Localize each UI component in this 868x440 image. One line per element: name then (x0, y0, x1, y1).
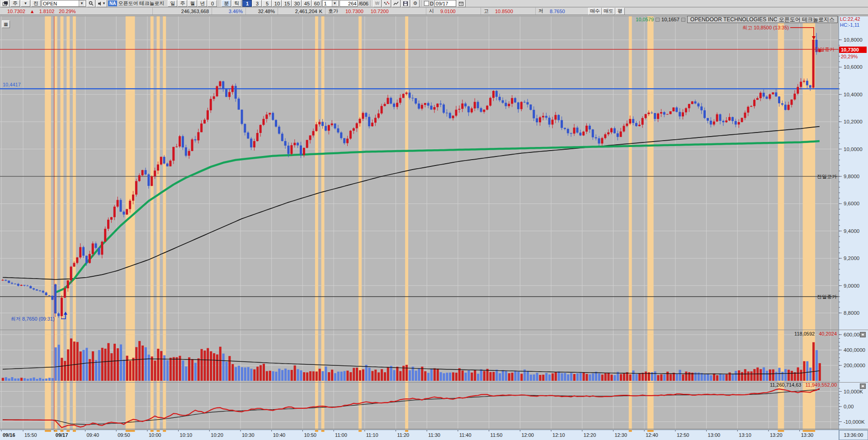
chart-area: 10,800010,600010,400010,200010,00009,800… (0, 15, 868, 440)
svg-text:09/17: 09/17 (56, 432, 68, 438)
open-price: 9.0100 (440, 9, 456, 14)
session-low-note: 최저 8,7650 (09:31) (11, 316, 55, 322)
alert-level-label: 10,4417 (3, 82, 21, 87)
divider (421, 0, 422, 6)
svg-text:9,0000: 9,0000 (844, 283, 859, 289)
hoga-label: 호가 (328, 8, 338, 14)
svg-text:11:20: 11:20 (397, 432, 410, 438)
svg-text:9,6000: 9,6000 (844, 201, 859, 206)
svg-text:10,8000: 10,8000 (844, 37, 863, 43)
svg-text:12:20: 12:20 (584, 432, 596, 438)
speaker-icon[interactable]: ▼ (96, 0, 107, 7)
symbol-combobox[interactable]: OPEN▼ (42, 0, 86, 7)
svg-text:12:50: 12:50 (677, 432, 689, 438)
interval-button-10[interactable]: 10 (272, 0, 282, 7)
svg-text:12:10: 12:10 (552, 432, 565, 438)
date-input[interactable]: 09/17 (434, 0, 456, 7)
sell-button[interactable]: 매도 (602, 8, 615, 15)
volume-readout: 118,0592 40,2024 (794, 331, 837, 336)
chevron-down-icon: ▼ (24, 1, 28, 5)
interval-button-1[interactable]: 1 (242, 0, 252, 7)
window-icon[interactable] (1, 0, 9, 7)
settings-icon[interactable]: ⚙ (411, 0, 420, 7)
svg-text:13:20: 13:20 (770, 432, 783, 438)
svg-text:8,8000: 8,8000 (844, 310, 859, 316)
svg-text:11:10: 11:10 (366, 432, 378, 438)
interval-buttons: 1351015304560 (242, 0, 321, 7)
stock-type-dropdown[interactable]: ▼ (21, 0, 30, 7)
svg-text:10:20: 10:20 (211, 432, 223, 438)
price-change: 1.8102 (39, 9, 55, 14)
prev-high-label: 전일고가 (817, 174, 837, 179)
close-icon[interactable] (860, 332, 866, 337)
volume-value: 246,363,668 (181, 9, 209, 14)
svg-text:10:00: 10:00 (149, 432, 161, 438)
svg-text:13:10: 13:10 (739, 432, 751, 438)
save-icon[interactable] (401, 0, 410, 7)
interval-button-45[interactable]: 45 (302, 0, 311, 7)
svg-text:10:10: 10:10 (180, 432, 193, 438)
turnover-pct: 3.46% (229, 9, 243, 14)
ma-black-value: 10,1657 (661, 17, 679, 22)
period-button-2[interactable]: 월 (188, 0, 197, 7)
strength-ma-value: 11,260,714,63 (770, 382, 802, 388)
interval-combobox[interactable]: 1▼ (322, 0, 339, 7)
period-button-1[interactable]: 주 (178, 0, 187, 7)
buy-button[interactable]: 매수 (588, 8, 602, 15)
stock-type-button[interactable]: 주 (10, 0, 20, 7)
high-label: 고 (484, 8, 489, 14)
period-button-4[interactable]: 0 (208, 0, 217, 7)
svg-text:09:40: 09:40 (87, 432, 99, 438)
svg-text:11:40: 11:40 (459, 432, 472, 438)
svg-text:0,00: 0,00 (844, 404, 854, 409)
ask-price: 10.7300 (345, 9, 363, 14)
rate-pct: 32.48% (258, 9, 275, 14)
trendline-icon[interactable] (392, 0, 401, 7)
legend-swatch (656, 18, 660, 22)
amount-unit: K (319, 9, 322, 14)
interval-button-15[interactable]: 15 (282, 0, 292, 7)
interval-button-5[interactable]: 5 (262, 0, 272, 7)
footprints-icon[interactable] (382, 0, 391, 7)
chevron-down-icon: ▼ (79, 0, 85, 6)
search-icon[interactable] (87, 0, 95, 7)
svg-text:13:30: 13:30 (801, 432, 814, 438)
bar-total-label: /606 (359, 1, 368, 6)
current-pct-tag: 20,29% (841, 54, 858, 59)
trading-terminal: { "toolbar1": { "stock_btn": "주", "jeon_… (0, 0, 868, 440)
period-buttons: 일주월년0 (168, 0, 217, 7)
volume-cur-value: 40,2024 (819, 331, 837, 336)
chart-tool-icon[interactable]: ▦ (2, 20, 10, 28)
bar-count-input[interactable]: 264 (340, 0, 358, 7)
svg-text:15:50: 15:50 (24, 432, 37, 438)
divider (370, 0, 371, 6)
average-button[interactable]: 평 (615, 8, 625, 15)
tick-mode-button[interactable]: 틱 (232, 0, 241, 7)
last-price: 10.7302 (7, 9, 25, 14)
jeon-button[interactable]: 전 (31, 0, 41, 7)
svg-text:-10,000K: -10,000K (844, 419, 865, 425)
svg-text:11:30: 11:30 (428, 432, 440, 438)
svg-text:09:50: 09:50 (118, 432, 130, 438)
close-icon[interactable] (860, 383, 866, 389)
period-button-0[interactable]: 일 (168, 0, 177, 7)
ma-green-value: 10,0579 (636, 17, 654, 22)
won-icon[interactable]: ₩ (373, 0, 382, 7)
interval-button-60[interactable]: 60 (312, 0, 321, 7)
minute-mode-button[interactable]: 분 (222, 0, 231, 7)
d-checkbox[interactable] (424, 1, 429, 6)
svg-text:10:50: 10:50 (304, 432, 316, 438)
main-toolbar: 주 ▼ 전 OPEN▼ ▼ NA 오픈도어 테크놀로지 일주월년0 분 틱 13… (0, 0, 868, 7)
calendar-icon[interactable] (457, 0, 466, 7)
period-button-3[interactable]: 년 (198, 0, 207, 7)
price-change-pct: 20.29% (59, 9, 75, 14)
interval-button-3[interactable]: 3 (252, 0, 262, 7)
interval-button-30[interactable]: 30 (292, 0, 302, 7)
hc-value: HC:-1,11 (840, 22, 859, 28)
svg-text:09/16: 09/16 (3, 432, 15, 438)
page-title: OPENDOOR TECHNOLOGIES INC 오픈도어 테크놀로지스 (687, 16, 838, 23)
svg-text:9,4000: 9,4000 (844, 228, 859, 234)
chart-canvas[interactable]: 10,800010,600010,400010,200010,00009,800… (0, 15, 868, 440)
session-high-note: 최고 10,8500 (13:35) (742, 25, 789, 30)
chart-title-row: 10,0579 10,1657 OPENDOOR TECHNOLOGIES IN… (636, 16, 838, 23)
